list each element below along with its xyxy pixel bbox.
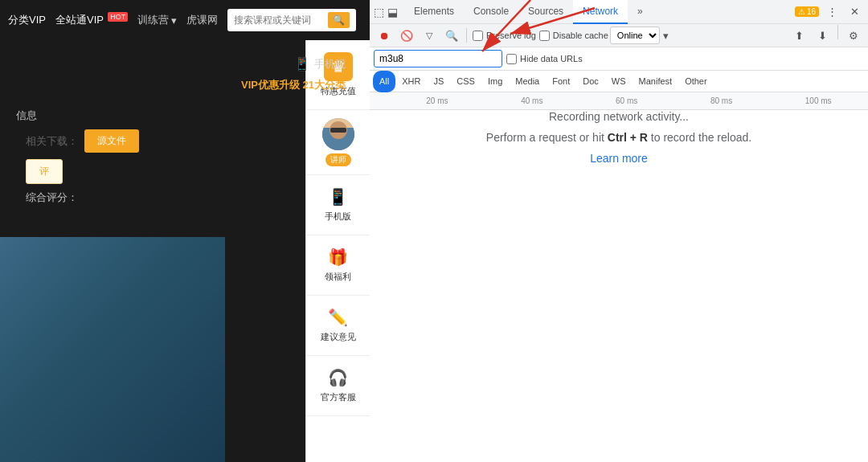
hide-data-urls-checkbox[interactable]: Hide data URLs — [506, 54, 583, 64]
tab-elements[interactable]: Elements — [404, 0, 464, 24]
nav-item-quan-vip[interactable]: 全站通VIP HOT — [55, 13, 128, 27]
type-font[interactable]: Font — [546, 71, 576, 92]
sidebar-suggest[interactable]: ✏️ 建议意见 — [306, 296, 370, 356]
settings-button[interactable]: ⚙ — [843, 25, 864, 46]
recording-text: Recording network activity... — [549, 110, 689, 123]
devtools-tabs: ⬚ ⬓ Elements Console Sources Network » ⚠… — [370, 0, 868, 24]
rating-label: 综合评分： — [26, 191, 78, 203]
disable-cache-checkbox[interactable]: Disable cache — [539, 31, 608, 41]
devtools-type-filter: All XHR JS CSS Img Media Font Doc WS Man… — [370, 71, 868, 92]
filter-input[interactable] — [374, 50, 502, 67]
learn-more-link[interactable]: Learn more — [590, 152, 648, 165]
search-bar: 🔍 — [227, 9, 356, 31]
filter-icon[interactable]: ▽ — [419, 25, 440, 46]
info-label: 信息 — [16, 108, 354, 123]
warning-badge[interactable]: ⚠ 16 — [795, 6, 819, 17]
search-button[interactable]: 🔍 — [328, 12, 350, 28]
timeline-40ms: 40 ms — [521, 96, 542, 105]
disable-cache-input[interactable] — [539, 31, 550, 41]
devtools-close-button[interactable]: ✕ — [845, 2, 864, 22]
devtools-inspector-icon[interactable]: ⬚ — [374, 6, 384, 18]
search-input[interactable] — [234, 14, 324, 26]
content-area: 📱 手机观 VIP优惠升级 21大分类 信息 相关下载： 源文件 评 综合评分： — [0, 40, 370, 221]
nav-item-fen-vip[interactable]: 分类VIP — [8, 13, 46, 27]
tab-sources[interactable]: Sources — [518, 0, 573, 24]
nav-item-huke[interactable]: 虎课网 — [186, 13, 218, 27]
download-label: 相关下载： — [26, 134, 78, 149]
toolbar-separator-2 — [837, 25, 838, 39]
sidebar-service[interactable]: 🎧 官方客服 — [306, 356, 370, 416]
devtools-toolbar: ⏺ 🚫 ▽ 🔍 Preserve log Disable cache Onlin… — [370, 24, 868, 47]
website-content: ♛ 特惠充值 讲师 📱 手机版 🎁 — [0, 40, 370, 462]
type-media[interactable]: Media — [509, 71, 546, 92]
type-manifest[interactable]: Manifest — [633, 71, 679, 92]
search-icon[interactable]: 🔍 — [441, 25, 462, 46]
preserve-log-checkbox[interactable]: Preserve log — [473, 31, 536, 41]
import-button[interactable]: ⬆ — [788, 25, 809, 46]
type-ws[interactable]: WS — [605, 71, 633, 92]
kbd-ctrl-r: Ctrl + R — [608, 131, 648, 144]
welfare-label: 领福利 — [325, 271, 351, 283]
toolbar-right: ⬆ ⬇ ⚙ — [788, 25, 864, 46]
warning-count: 16 — [807, 7, 816, 16]
type-all[interactable]: All — [373, 71, 395, 92]
tab-network[interactable]: Network — [573, 0, 628, 24]
hide-data-urls-label: Hide data URLs — [520, 54, 583, 63]
perform-text: Perform a request or hit Ctrl + R to rec… — [486, 131, 751, 144]
devtools-device-icon[interactable]: ⬓ — [387, 6, 398, 18]
download-row: 相关下载： 源文件 — [16, 129, 354, 153]
timeline-80ms: 80 ms — [710, 96, 732, 105]
headset-icon: 🎧 — [328, 368, 348, 387]
devtools-panel: ⬚ ⬓ Elements Console Sources Network » ⚠… — [370, 0, 868, 462]
timeline-labels: 20 ms 40 ms 60 ms 80 ms 100 ms — [374, 96, 868, 105]
bg-image — [0, 237, 225, 462]
type-doc[interactable]: Doc — [576, 71, 605, 92]
chevron-down-icon: ▾ — [171, 14, 177, 27]
type-img[interactable]: Img — [481, 71, 509, 92]
type-xhr[interactable]: XHR — [395, 71, 427, 92]
type-js[interactable]: JS — [427, 71, 450, 92]
type-css[interactable]: CSS — [450, 71, 481, 92]
service-label: 官方客服 — [321, 391, 356, 403]
disable-cache-label: Disable cache — [553, 31, 608, 40]
preserve-log-label: Preserve log — [486, 31, 536, 40]
preserve-log-input[interactable] — [473, 31, 483, 41]
edit-icon: ✏️ — [328, 308, 348, 327]
source-file-button[interactable]: 源文件 — [84, 129, 139, 153]
website-panel: 分类VIP 全站通VIP HOT 训练营 ▾ 虎课网 🔍 ♛ 特惠充值 — [0, 0, 370, 462]
phone-icon: 📱 — [294, 56, 310, 72]
devtools-more-button[interactable]: ⋮ — [822, 2, 841, 22]
gift-icon: 🎁 — [328, 247, 348, 267]
nav-item-training[interactable]: 训练营 ▾ — [137, 13, 177, 27]
devtools-tab-icons: ⚠ 16 ⋮ ✕ — [795, 2, 864, 22]
record-button[interactable]: ⏺ — [374, 25, 395, 46]
warning-icon: ⚠ — [798, 7, 805, 16]
timeline-60ms: 60 ms — [616, 96, 637, 105]
throttle-select[interactable]: Online — [610, 27, 660, 44]
devtools-empty-state: Recording network activity... Perform a … — [370, 110, 868, 165]
timeline-100ms: 100 ms — [805, 96, 832, 105]
toolbar-separator-1 — [466, 28, 467, 43]
throttle-dropdown-icon[interactable]: ▾ — [663, 30, 669, 42]
top-nav: 分类VIP 全站通VIP HOT 训练营 ▾ 虎课网 🔍 — [0, 0, 370, 40]
hide-data-urls-input[interactable] — [506, 54, 517, 64]
rating-row: 综合评分： — [16, 190, 354, 205]
timeline-20ms: 20 ms — [426, 96, 448, 105]
stop-button[interactable]: 🚫 — [396, 25, 417, 46]
devtools-timeline-header: 20 ms 40 ms 60 ms 80 ms 100 ms — [370, 92, 868, 110]
phone-section: 📱 手机观 — [16, 56, 354, 72]
devtools-filter-row: Hide data URLs — [370, 47, 868, 71]
review-button[interactable]: 评 — [26, 159, 63, 184]
phone-text: 手机观 — [314, 57, 346, 72]
hot-badge: HOT — [108, 12, 128, 22]
tab-more[interactable]: » — [628, 0, 653, 24]
suggest-label: 建议意见 — [321, 331, 356, 343]
export-button[interactable]: ⬇ — [812, 25, 833, 46]
sidebar-welfare[interactable]: 🎁 领福利 — [306, 235, 370, 296]
vip-upgrade-text: VIP优惠升级 21大分类 — [16, 78, 354, 92]
type-other[interactable]: Other — [678, 71, 714, 92]
tab-console[interactable]: Console — [464, 0, 518, 24]
